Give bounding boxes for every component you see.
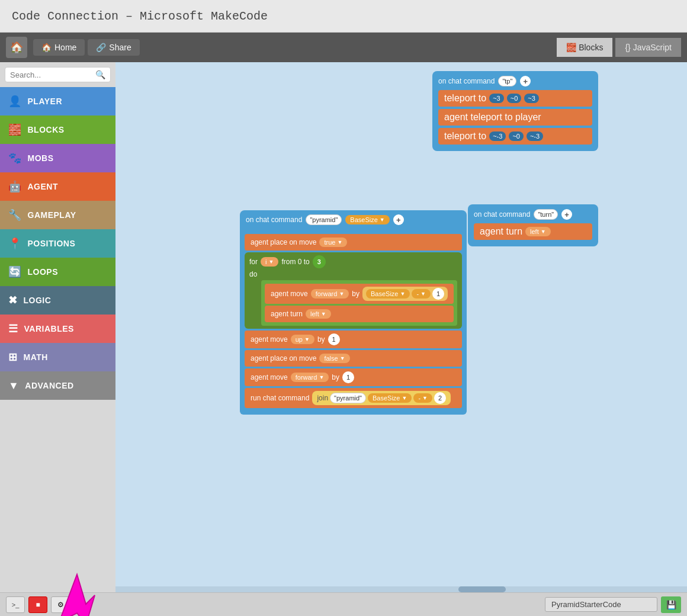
stmt-move-forward-2: agent move forward ▼ by 1	[245, 368, 462, 386]
tp-hat-string[interactable]: "tp"	[498, 76, 516, 86]
stmt1-dropdown[interactable]: true ▼	[319, 238, 347, 247]
title-bar: Code Connection – Microsoft MakeCode	[0, 0, 687, 33]
turn-plus-btn[interactable]: +	[561, 209, 572, 220]
project-name-input[interactable]	[545, 597, 657, 612]
turn-dir-dropdown-2[interactable]: left ▼	[525, 227, 551, 236]
tp-v1[interactable]: ~3	[489, 94, 504, 103]
inner-var-dropdown[interactable]: BaseSize ▼	[366, 289, 410, 299]
inner-val[interactable]: 1	[432, 288, 444, 300]
do-label: do	[249, 270, 457, 278]
sidebar-item-logic[interactable]: ✖ LOGIC	[0, 286, 115, 315]
main-layout: 🔍 👤 PLAYER 🧱 BLOCKS 🐾 MOBS 🤖 AGENT 🔧 GAM…	[0, 62, 687, 592]
tp-stmt-2: agent teleport to player	[438, 109, 592, 126]
sidebar: 🔍 👤 PLAYER 🧱 BLOCKS 🐾 MOBS 🤖 AGENT 🔧 GAM…	[0, 62, 115, 592]
tp-v5[interactable]: ~0	[509, 131, 524, 141]
move-up-val[interactable]: 1	[328, 333, 340, 345]
tp-block-container: on chat command "tp" + teleport to ~3 ~0…	[432, 71, 598, 151]
stmt-place-on-move-1: agent place on move true ▼	[245, 234, 462, 251]
terminal-icon: >_	[12, 601, 20, 608]
tp-stmt-3: teleport to ~-3 ~0 ~-3	[438, 128, 592, 145]
run-op-dropdown[interactable]: - ▼	[413, 393, 432, 403]
sidebar-item-advanced[interactable]: ▼ ADVANCED	[0, 371, 115, 400]
stmt-move-up: agent move up ▼ by 1	[245, 331, 462, 348]
sidebar-item-positions[interactable]: 📍 POSITIONS	[0, 229, 115, 258]
share-button[interactable]: 🔗 Share	[88, 39, 139, 56]
turn-stmt: agent turn left ▼	[474, 223, 592, 240]
save-button[interactable]: 💾	[661, 596, 681, 613]
sidebar-item-math[interactable]: ⊞ MATH	[0, 343, 115, 371]
agent-icon: 🤖	[8, 180, 22, 193]
gameplay-icon: 🔧	[8, 208, 22, 222]
turn-block-container: on chat command "turn" + agent turn left…	[468, 204, 598, 246]
loop-inner: agent move forward ▼ by BaseSize ▼	[261, 280, 457, 326]
sidebar-item-mobs[interactable]: 🐾 MOBS	[0, 144, 115, 172]
loop-to-val[interactable]: 3	[313, 255, 326, 268]
stop-icon: ■	[36, 601, 40, 609]
move-up-dir-dropdown[interactable]: up ▼	[291, 335, 314, 344]
bottom-bar: >_ ■ ⚙ 💾	[0, 592, 687, 616]
tp-v2[interactable]: ~0	[507, 94, 522, 103]
home-button[interactable]: 🏠 Home	[33, 39, 85, 56]
hat-string-input[interactable]: "pyramid"	[306, 214, 342, 225]
canvas-area: on chat command "pyramid" BaseSize ▼ + a…	[115, 62, 687, 592]
move-fwd2-val[interactable]: 1	[342, 371, 354, 383]
hat-var-dropdown[interactable]: BaseSize ▼	[345, 215, 389, 224]
terminal-button[interactable]: >_	[6, 596, 25, 613]
hat-label: on chat command	[246, 216, 302, 224]
sidebar-item-variables[interactable]: ☰ VARIABLES	[0, 315, 115, 343]
blocks-icon: 🧱	[566, 43, 576, 52]
tp-stmt-1: teleport to ~3 ~0 ~3	[438, 90, 592, 107]
run-val[interactable]: 2	[434, 392, 446, 404]
positions-icon: 📍	[8, 237, 22, 250]
hat-plus-btn[interactable]: +	[393, 214, 404, 225]
canvas-scrollbar[interactable]	[115, 586, 687, 592]
run-str[interactable]: "pyramid"	[330, 393, 366, 403]
search-icon: 🔍	[95, 70, 105, 79]
math-icon: ⊞	[8, 351, 18, 364]
for-loop-block: for i ▼ from 0 to 3 do	[245, 252, 462, 329]
sidebar-item-player[interactable]: 👤 PLAYER	[0, 87, 115, 116]
mobs-icon: 🐾	[8, 152, 22, 165]
sidebar-item-gameplay[interactable]: 🔧 GAMEPLAY	[0, 201, 115, 229]
tp-v4[interactable]: ~-3	[489, 131, 506, 141]
blocks-tab[interactable]: 🧱 Blocks	[557, 38, 612, 57]
logic-icon: ✖	[8, 294, 18, 307]
turn-hat-label: on chat command	[474, 210, 530, 219]
tp-hat-label: on chat command	[438, 77, 495, 85]
turn-dir-dropdown[interactable]: left ▼	[306, 309, 331, 319]
loop-var-dropdown[interactable]: i ▼	[261, 257, 278, 267]
javascript-tab[interactable]: {} JavaScript	[615, 38, 681, 57]
variables-icon: ☰	[8, 322, 18, 335]
project-name-area: 💾	[545, 596, 681, 613]
tp-plus-btn[interactable]: +	[520, 76, 531, 86]
stmt2-dropdown[interactable]: false ▼	[319, 354, 349, 363]
move-fwd2-dir-dropdown[interactable]: forward ▼	[291, 373, 329, 382]
stop-button[interactable]: ■	[28, 596, 47, 613]
tp-v3[interactable]: ~3	[524, 94, 539, 103]
svg-marker-0	[59, 575, 95, 616]
top-nav: 🏠 🏠 Home 🔗 Share 🧱 Blocks {} JavaScript	[0, 33, 687, 62]
sidebar-item-agent[interactable]: 🤖 AGENT	[0, 172, 115, 201]
save-icon: 💾	[666, 600, 676, 609]
share-icon: 🔗	[96, 43, 106, 52]
run-var-dropdown[interactable]: BaseSize ▼	[368, 393, 412, 403]
inner-turn-left: agent turn left ▼	[265, 306, 454, 322]
pyramid-block-container: on chat command "pyramid" BaseSize ▼ + a…	[240, 210, 467, 415]
inner-op-dropdown[interactable]: - ▼	[412, 289, 431, 299]
stmt-run-chat: run chat command join "pyramid" BaseSize…	[245, 388, 462, 408]
hat-dropdown-arrow: ▼	[380, 217, 385, 223]
blocks-sidebar-icon: 🧱	[8, 123, 22, 136]
stmt-place-on-move-2: agent place on move false ▼	[245, 350, 462, 367]
sidebar-item-loops[interactable]: 🔄 LOOPS	[0, 258, 115, 286]
sidebar-item-blocks[interactable]: 🧱 BLOCKS	[0, 116, 115, 144]
tp-v6[interactable]: ~-3	[527, 131, 543, 141]
inner-move-forward: agent move forward ▼ by BaseSize ▼	[265, 284, 454, 304]
loops-icon: 🔄	[8, 265, 22, 278]
move-dir-dropdown[interactable]: forward ▼	[311, 289, 349, 299]
canvas-scrollbar-thumb[interactable]	[458, 586, 506, 592]
logo-icon: 🏠	[6, 37, 27, 58]
search-box[interactable]: 🔍	[5, 67, 111, 82]
search-input[interactable]	[10, 70, 92, 79]
home-icon: 🏠	[41, 43, 52, 52]
turn-hat-string[interactable]: "turn"	[534, 209, 558, 220]
